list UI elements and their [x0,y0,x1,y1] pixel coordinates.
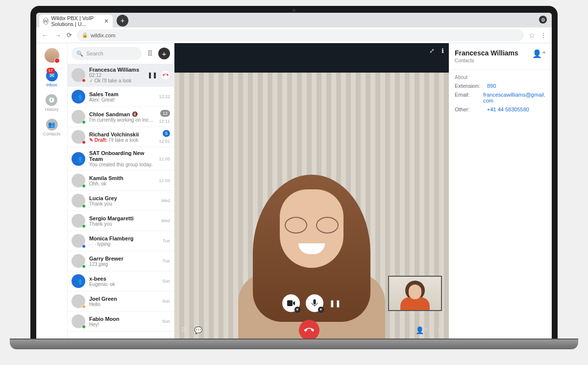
conversation-meta: Wed [161,218,170,223]
conversation-meta: 12:22 [159,94,170,99]
browser-menu-icon[interactable]: ⋮ [540,31,547,39]
forward-button[interactable]: → [54,31,62,39]
contact-detail-panel: Francesca Williams Contacts 👤⁺ About Ext… [449,43,552,341]
video-top-controls: ⤢ ℹ [429,47,444,54]
info-icon[interactable]: ℹ [441,47,444,54]
add-button[interactable]: + [158,48,170,59]
contact-name: Francesca Williams [455,49,518,57]
conversation-preview: Eugenio: ok [89,282,158,287]
conversation-preview: You created this group today. [89,162,155,167]
new-tab-button[interactable]: + [117,15,128,26]
contact-section: Contacts [455,58,518,63]
conversation-item[interactable]: 👥Sales TeamAlex: Great!12:22 [68,87,174,107]
unread-badge: 12 [160,110,170,117]
nav-contacts[interactable]: 👥 Contacts [43,119,61,136]
unread-badge: 5 [163,130,170,137]
email-link[interactable]: francescawilliams@gmail.com [483,92,546,104]
conversation-item[interactable]: Joel GreenHelloSun [68,291,174,312]
conversation-meta: Wed [161,198,170,203]
conversation-item[interactable]: Chloe Sandman🔇I'm currently working on I… [68,107,174,127]
conversation-preview-secondary: ✓ Ok I'll take a look [89,78,144,83]
phone-link[interactable]: +41 44 58305580 [487,106,529,112]
team-avatar-icon: 👥 [72,90,85,104]
hold-button[interactable]: ❚❚ [329,299,341,307]
camera-icon [293,9,295,12]
contact-header: Francesca Williams Contacts 👤⁺ [449,43,552,67]
dialpad-icon[interactable]: ⠿ [181,326,186,334]
presence-dot [82,305,86,309]
expand-icon[interactable]: ⤢ [429,47,435,54]
hangup-button[interactable] [161,71,170,79]
presence-dot [82,78,86,82]
chat-icon[interactable]: 💬 [194,326,202,334]
conversation-meta: 1212:11 [159,110,170,124]
camera-toggle[interactable]: ▾ [282,294,300,312]
url-text: wildix.com [91,32,116,38]
conversation-name: Kamila Smith [89,175,155,181]
conversation-name: Monica Flamberg [89,235,159,241]
user-avatar[interactable] [45,48,59,63]
conversation-item[interactable]: Monica Flamberg· · · typingTue [68,231,174,251]
conversation-item[interactable]: Kamila SmithOhh, ok11:04 [68,171,174,191]
conversation-time: 11:05 [159,156,170,161]
browser-settings-icon[interactable]: ⚙ [539,16,547,24]
lock-icon: 🔒 [82,32,88,38]
reload-button[interactable]: ⟳ [67,31,72,39]
conversation-item[interactable]: Francesca Williams02:12✓ Ok I'll take a … [68,64,174,87]
field-label: Other: [455,106,483,112]
add-participant-icon[interactable]: 👤⁺ [416,326,427,334]
more-icon[interactable]: ⋮ [435,326,442,334]
avatar [72,194,85,208]
nav-inbox[interactable]: 17 ✉ Inbox [46,70,58,87]
back-button[interactable]: ← [41,31,49,39]
conversation-info: Garry Brewer123.jpeg [89,256,159,267]
url-field[interactable]: 🔒 wildix.com [77,29,524,41]
draft-label: ✎ Draft: [89,137,109,143]
extension-link[interactable]: 890 [487,83,496,89]
conversation-meta: 11:04 [159,178,170,183]
conversation-item[interactable]: 👥x-beesEugenio: okSun [68,271,174,291]
hold-button[interactable]: ❚❚ [147,72,157,78]
close-icon[interactable]: ✕ [104,18,109,25]
conversation-item[interactable]: Fabio MoonHey!Sun [68,312,174,332]
avatar [72,68,85,82]
conversation-name: Garry Brewer [89,256,159,261]
bookmark-icon[interactable]: ☆ [529,31,535,39]
favicon-icon: W [43,18,49,25]
presence-dot [82,224,86,228]
about-label: About [455,75,546,80]
conversation-item[interactable]: Lucia GreyThank youWed [68,191,174,211]
contact-field-email: Email: francescawilliams@gmail.com [455,92,546,104]
avatar [72,314,85,328]
add-contact-icon[interactable]: 👤⁺ [532,49,546,58]
self-view[interactable] [388,276,442,311]
conversation-time: Wed [161,198,170,203]
dialpad-icon[interactable]: ⠿ [145,48,155,59]
conversation-item[interactable]: 👥SAT Onboarding New TeamYou created this… [68,147,174,171]
conversation-info: Richard Volchinskii✎ Draft: I'll take a … [89,131,155,143]
search-input[interactable]: 🔍 Search [72,47,142,60]
conversation-item[interactable]: Richard Volchinskii✎ Draft: I'll take a … [68,127,174,147]
conversation-item[interactable]: Garry Brewer123.jpegTue [68,251,174,271]
chevron-down-icon: ▾ [318,307,324,313]
field-label: Email: [455,92,479,104]
conversation-info: SAT Onboarding New TeamYou created this … [89,150,155,167]
conversation-info: Sales TeamAlex: Great! [89,91,155,103]
presence-dot [82,244,86,248]
avatar [72,254,85,268]
conversation-preview: Thank you [89,201,157,207]
conversation-time: Sun [162,319,170,324]
nav-history[interactable]: 🕘 History [45,94,58,112]
conversation-preview: 02:12 [89,73,144,78]
conversation-name: Francesca Williams [89,67,144,73]
hangup-button[interactable] [299,320,319,340]
conversation-item[interactable]: Sergio MargarettiThank youWed [68,211,174,231]
avatar [72,110,85,124]
contacts-icon: 👥 [46,119,58,130]
conversation-time: 12:01 [159,139,170,144]
laptop-frame: W Wildix PBX | VoIP Solutions | U... ✕ +… [0,0,588,365]
conversation-preview: Thank you [89,221,157,227]
mic-toggle[interactable]: ▾ [306,294,323,312]
tab-title: Wildix PBX | VoIP Solutions | U... [51,15,104,27]
browser-tab[interactable]: W Wildix PBX | VoIP Solutions | U... ✕ [39,15,113,27]
